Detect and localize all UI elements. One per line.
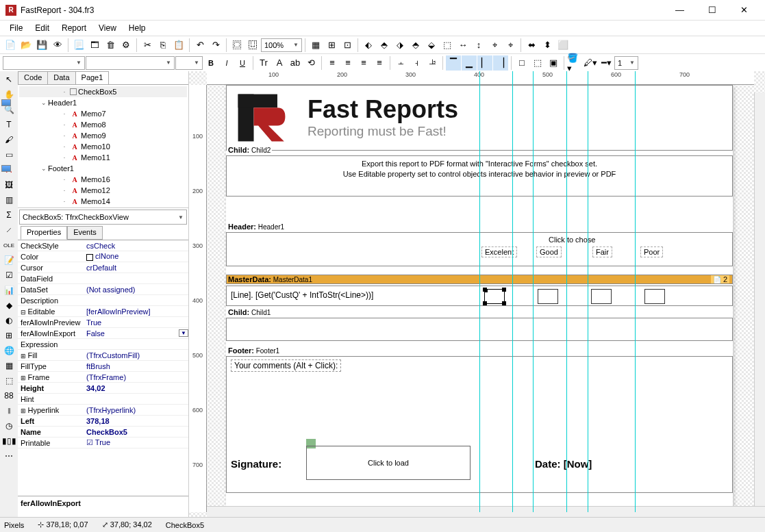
center-v-icon[interactable]: ⌖ <box>503 38 518 53</box>
rotate-icon[interactable]: ⟲ <box>303 55 318 71</box>
property-row[interactable]: NameCheckBox5 <box>18 427 188 438</box>
object-tree[interactable]: ·CheckBox5⌄Header1·AMemo7·AMemo8·AMemo9·… <box>18 85 188 208</box>
line-style-icon[interactable]: ━▾ <box>599 55 614 71</box>
save-icon[interactable]: 💾 <box>34 38 49 53</box>
property-row[interactable]: CursorcrDefault <box>18 262 188 273</box>
undo-icon[interactable]: ↶ <box>192 38 208 53</box>
font-combo[interactable]: ▼ <box>86 56 175 70</box>
properties-grid[interactable]: CheckStylecsCheckColor clNoneCursorcrDef… <box>18 240 188 496</box>
scrollbar-vertical[interactable] <box>754 92 765 506</box>
zoom-combo[interactable]: 100%▼ <box>261 38 302 52</box>
guide-line[interactable] <box>635 71 636 512</box>
frame-right-icon[interactable]: ▕ <box>493 55 508 71</box>
property-row[interactable]: Printable☑ True <box>18 438 188 448</box>
maximize-button[interactable]: ☐ <box>697 1 727 20</box>
checkbox-object[interactable] <box>591 289 612 304</box>
frame-bottom-icon[interactable]: ▁ <box>462 55 477 71</box>
property-row[interactable]: Hyperlink(TfrxHyperlink) <box>18 405 188 416</box>
tree-item[interactable]: ·CheckBox5 <box>19 86 187 97</box>
redo-icon[interactable]: ↷ <box>208 38 223 53</box>
gradient-icon[interactable]: ◐ <box>1 314 16 327</box>
tree-item[interactable]: ·AMemo9 <box>19 130 187 141</box>
prop-value[interactable]: [ferAllowInPreview] <box>84 307 188 316</box>
fit-icon[interactable]: ⊡ <box>340 38 355 53</box>
property-row[interactable]: Editable[ferAllowInPreview] <box>18 306 188 317</box>
menu-view[interactable]: View <box>93 22 122 34</box>
line-width-combo[interactable]: 1▼ <box>614 56 638 70</box>
paste-icon[interactable]: 📋 <box>171 38 186 53</box>
line-color-icon[interactable]: 🖊▾ <box>583 55 598 71</box>
page-settings-icon[interactable]: ⚙ <box>118 38 134 53</box>
prop-value[interactable]: csCheck <box>84 242 188 250</box>
delete-page-icon[interactable]: 🗑 <box>103 38 118 53</box>
align-left-icon[interactable]: ⬖ <box>361 38 376 53</box>
new-dialog-icon[interactable]: 🗔 <box>87 38 102 53</box>
open-icon[interactable]: 📂 <box>18 38 34 53</box>
checkbox-object[interactable] <box>538 289 558 304</box>
ungroup-icon[interactable]: ⿶ <box>245 38 260 53</box>
center-h-icon[interactable]: ⌖ <box>487 38 502 53</box>
property-row[interactable]: Hint <box>18 394 188 405</box>
checkbox-object[interactable] <box>644 289 665 304</box>
snap-icon[interactable]: ⊞ <box>324 38 339 53</box>
italic-icon[interactable]: I <box>219 55 234 71</box>
fill-color-icon[interactable]: 🪣▾ <box>567 55 582 71</box>
design-canvas[interactable]: 100200300400500600700 100200300400500600… <box>189 71 765 523</box>
tree-item[interactable]: ·AMemo10 <box>19 141 187 152</box>
property-row[interactable]: Fill(TfrxCustomFill) <box>18 350 188 361</box>
crosstab-icon[interactable]: ⊞ <box>1 329 16 342</box>
group-icon[interactable]: ⿴ <box>229 38 244 53</box>
align-middle-icon[interactable]: ⬙ <box>424 38 439 53</box>
space-h-icon[interactable]: ↔ <box>455 38 471 53</box>
same-height-icon[interactable]: ⬍ <box>540 38 555 53</box>
prop-value[interactable]: clNone <box>84 252 188 260</box>
close-button[interactable]: ✕ <box>729 1 760 20</box>
globe-icon[interactable]: 🌐 <box>1 344 16 357</box>
guide-line[interactable] <box>566 71 567 512</box>
minimize-button[interactable]: — <box>664 1 695 20</box>
menu-edit[interactable]: Edit <box>29 22 55 34</box>
frame-shadow-icon[interactable]: ▣ <box>546 55 561 71</box>
prop-value[interactable]: (TfrxHyperlink) <box>84 406 188 414</box>
format-tool-icon[interactable]: 🖌 <box>1 133 16 147</box>
shape-icon[interactable]: ◆ <box>1 299 16 312</box>
prop-value[interactable]: False ▼ <box>84 329 188 338</box>
align-top-icon[interactable]: ⬘ <box>408 38 423 53</box>
frame-all-icon[interactable]: □ <box>514 55 529 71</box>
new-page-icon[interactable]: 📃 <box>71 38 86 53</box>
frame-left-icon[interactable]: ▏ <box>477 55 492 71</box>
prop-value[interactable]: 34,02 <box>84 384 188 392</box>
tree-item[interactable]: ·AMemo7 <box>19 108 187 119</box>
ole-icon[interactable]: OLE <box>1 238 16 252</box>
property-row[interactable]: ferAllowInExportFalse ▼ <box>18 328 188 339</box>
tree-item[interactable]: ·AMemo8 <box>19 119 187 130</box>
tab-page1[interactable]: Page1 <box>75 71 110 84</box>
new-icon[interactable]: 📄 <box>3 38 18 53</box>
highlight-icon[interactable]: ab <box>288 55 303 71</box>
picture-tool-icon[interactable]: 🖼 <box>1 178 16 192</box>
text-mid-icon[interactable]: ⫞ <box>409 55 424 71</box>
guide-line[interactable] <box>533 71 534 512</box>
text-tool-icon[interactable]: T <box>1 118 16 131</box>
signature-box[interactable]: Click to load <box>306 446 471 480</box>
frame-top-icon[interactable]: ▔ <box>446 55 461 71</box>
prop-value[interactable]: 378,18 <box>84 417 188 425</box>
property-row[interactable]: FillTypeftBrush <box>18 361 188 372</box>
rich-icon[interactable]: 📝 <box>1 253 16 267</box>
tree-item[interactable]: ·AMemo12 <box>19 185 187 196</box>
prop-value[interactable]: True <box>84 318 188 327</box>
scrollbar-horizontal[interactable] <box>207 506 765 517</box>
font-color-icon[interactable]: A <box>272 55 287 71</box>
other-icon[interactable]: ⋯ <box>1 449 16 463</box>
zip-icon[interactable]: ⦀ <box>1 404 16 418</box>
prop-value[interactable]: (TfrxFrame) <box>84 373 188 381</box>
property-row[interactable]: DataSet(Not assigned) <box>18 284 188 295</box>
prop-value[interactable]: crDefault <box>84 264 188 272</box>
frame-none-icon[interactable]: ⬚ <box>530 55 545 71</box>
tree-item[interactable]: ·AMemo11 <box>19 152 187 163</box>
underline-icon[interactable]: U <box>235 55 250 71</box>
text-center-icon[interactable]: ≡ <box>340 55 355 71</box>
subreport-icon[interactable]: ▥ <box>1 193 16 207</box>
barcode-icon[interactable]: ▮▯▮ <box>1 434 16 448</box>
guide-line[interactable] <box>512 71 513 512</box>
